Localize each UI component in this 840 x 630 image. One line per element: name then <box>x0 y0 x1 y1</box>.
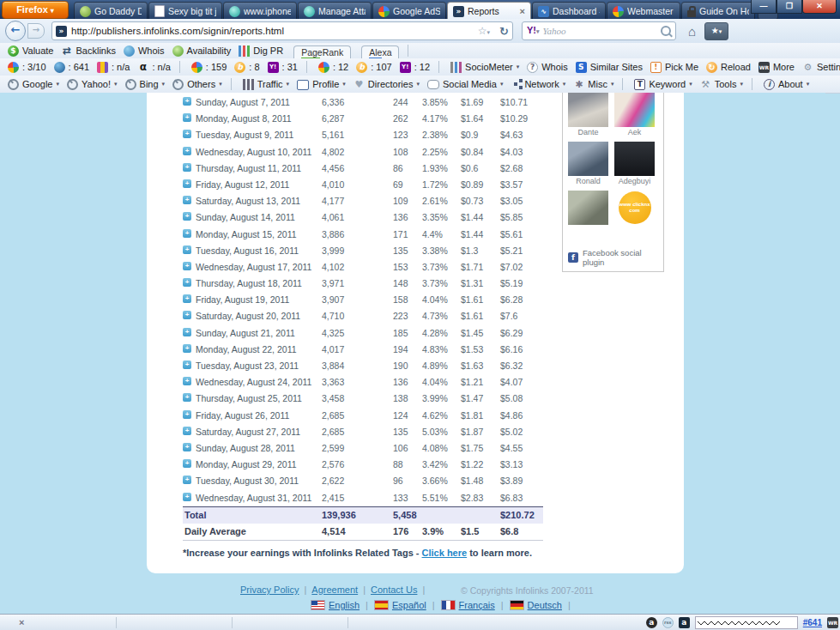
rss-status-icon[interactable] <box>662 617 674 628</box>
footer-link-privacy-policy[interactable]: Privacy Policy <box>240 585 299 595</box>
close-window-button[interactable]: ✕ <box>802 0 837 14</box>
search-icon[interactable] <box>661 26 671 36</box>
expand-row-icon[interactable]: + <box>183 179 191 188</box>
expand-row-icon[interactable]: + <box>183 377 191 385</box>
firefox-menu-button[interactable]: Firefox▾ <box>2 1 69 19</box>
statusbar-close-icon[interactable]: × <box>19 618 24 627</box>
seo-metric-12[interactable]: : 12 <box>318 62 348 73</box>
seo-metric-sociometer[interactable]: SocioMeter▾ <box>450 62 519 73</box>
seo-menu-yahoo[interactable]: Yahoo!▾ <box>67 79 118 90</box>
seo-menu-misc[interactable]: Misc▾ <box>573 79 613 90</box>
tab-reports[interactable]: Reports× <box>447 2 531 20</box>
click-here-link[interactable]: Click here <box>422 548 468 558</box>
expand-row-icon[interactable]: + <box>183 262 191 270</box>
expand-row-icon[interactable]: + <box>183 229 191 238</box>
expand-row-icon[interactable]: + <box>183 245 191 254</box>
expand-row-icon[interactable]: + <box>183 493 191 501</box>
expand-row-icon[interactable]: + <box>183 311 191 319</box>
seo-menu-social-media[interactable]: Social Media▾ <box>427 79 504 89</box>
search-box[interactable]: Y!▾ Yahoo <box>522 21 676 40</box>
language-link-fran-ais[interactable]: Français <box>441 600 495 610</box>
tab-www-iphonet[interactable]: www.iphonet... <box>223 2 297 20</box>
toolbar-item-backlinks[interactable]: Backlinks <box>62 45 116 57</box>
seo-metric-n-a[interactable]: : n/a <box>137 62 170 73</box>
pagerank-value[interactable]: #641 <box>803 619 822 627</box>
seo-metric-641[interactable]: : 641 <box>54 62 89 73</box>
seo-metric-12[interactable]: : 12 <box>400 62 430 73</box>
expand-row-icon[interactable]: + <box>183 196 191 204</box>
language-link-english[interactable]: English <box>311 600 360 610</box>
expand-row-icon[interactable]: + <box>183 344 191 353</box>
tab-manage-attac[interactable]: Manage Attac... <box>298 2 372 20</box>
seo-metric-31[interactable]: : 31 <box>268 62 298 73</box>
expand-row-icon[interactable]: + <box>183 278 191 287</box>
seo-menu-google[interactable]: Google▾ <box>8 79 59 90</box>
expand-row-icon[interactable]: + <box>183 443 191 451</box>
seo-metric-more[interactable]: More <box>758 62 795 73</box>
seo-menu-network[interactable]: Network▾ <box>511 79 565 89</box>
seo-menu-keyword[interactable]: Keyword▾ <box>634 79 692 90</box>
language-link-espa-ol[interactable]: Español <box>374 600 426 610</box>
forward-button[interactable]: → <box>27 23 45 39</box>
seo-metric-whois[interactable]: Whois <box>527 62 568 73</box>
seo-metric-8[interactable]: : 8 <box>234 62 259 73</box>
home-button[interactable]: ⌂ <box>688 24 696 39</box>
footer-link-contact-us[interactable]: Contact Us <box>371 585 417 595</box>
bookmarks-button[interactable]: ★▾ <box>704 22 728 40</box>
seo-menu-tools[interactable]: Tools▾ <box>700 79 743 90</box>
facebook-friend[interactable]: Ronald <box>568 142 608 187</box>
expand-row-icon[interactable]: + <box>183 113 191 122</box>
yahoo-provider-icon[interactable]: Y!▾ <box>527 26 540 36</box>
expand-row-icon[interactable]: + <box>183 130 191 138</box>
expand-row-icon[interactable]: + <box>183 427 191 435</box>
seo-menu-bing[interactable]: Bing▾ <box>125 79 166 90</box>
expand-row-icon[interactable]: + <box>183 393 191 402</box>
seo-metric-159[interactable]: : 159 <box>191 62 227 73</box>
seo-metric-3-10[interactable]: : 3/10 <box>8 62 46 73</box>
toolbar-item-dig-pr[interactable]: Dig PR <box>239 45 283 57</box>
maximize-button[interactable]: ❐ <box>777 0 802 14</box>
tab-webmaster-t[interactable]: Webmaster T... <box>607 2 680 20</box>
facebook-friend[interactable] <box>568 191 608 225</box>
tab-go-daddy-do[interactable]: Go Daddy Do... <box>74 2 148 20</box>
expand-row-icon[interactable]: + <box>183 410 191 419</box>
facebook-friend[interactable]: Dante <box>568 93 608 138</box>
pagerank-indicator[interactable]: PageRank <box>293 45 351 60</box>
expand-row-icon[interactable]: + <box>183 459 191 468</box>
wr-status-icon[interactable] <box>827 617 838 628</box>
seo-menu-traffic[interactable]: Traffic▾ <box>243 79 289 90</box>
reload-page-icon[interactable]: ↻ <box>499 26 509 37</box>
toolbar-item-availability[interactable]: Availability <box>172 45 232 57</box>
tab-dashboard-g[interactable]: Dashboard - G... <box>532 2 606 20</box>
seo-metric-similar-sites[interactable]: Similar Sites <box>576 62 643 73</box>
seo-menu-profile[interactable]: Profile▾ <box>297 79 346 90</box>
url-bar[interactable]: http://publishers.infolinks.com/signin/r… <box>51 21 513 40</box>
back-button[interactable]: ← <box>5 21 26 41</box>
seo-metric-107[interactable]: : 107 <box>356 62 391 73</box>
tab-sexy-big-tit-jap[interactable]: Sexy big tit jap... <box>148 2 222 20</box>
seo-metric-settings[interactable]: Settings <box>802 62 840 73</box>
expand-row-icon[interactable]: + <box>183 147 191 155</box>
seo-metric-pick-me[interactable]: Pick Me <box>650 62 698 73</box>
toolbar-item-whois[interactable]: Whois <box>124 45 165 57</box>
seo-menu-directories[interactable]: Directories▾ <box>354 79 420 90</box>
facebook-friend[interactable]: Aek <box>614 93 655 138</box>
expand-row-icon[interactable]: + <box>183 97 191 106</box>
alexa-status-icon[interactable] <box>646 617 657 628</box>
tab-google-adsen[interactable]: Google AdSen... <box>372 2 446 20</box>
facebook-friend[interactable]: www clicknx com <box>614 191 655 225</box>
minimize-button[interactable]: — <box>751 0 777 14</box>
expand-row-icon[interactable]: + <box>183 476 191 484</box>
seo-menu-about[interactable]: About▾ <box>764 79 809 90</box>
expand-row-icon[interactable]: + <box>183 294 191 303</box>
seo-metric-reload[interactable]: Reload <box>706 62 751 73</box>
search-placeholder[interactable]: Yahoo <box>543 27 657 36</box>
footer-link-agreement[interactable]: Agreement <box>311 585 358 595</box>
expand-row-icon[interactable]: + <box>183 360 191 369</box>
seo-metric-n-a[interactable]: : n/a <box>97 62 130 73</box>
url-text[interactable]: http://publishers.infolinks.com/signin/r… <box>71 26 474 36</box>
seo-menu-others[interactable]: Others▾ <box>172 79 222 90</box>
seoquake-status-icon[interactable] <box>679 617 690 628</box>
bookmark-star-icon[interactable]: ☆▾ <box>478 25 490 37</box>
expand-row-icon[interactable]: + <box>183 212 191 221</box>
